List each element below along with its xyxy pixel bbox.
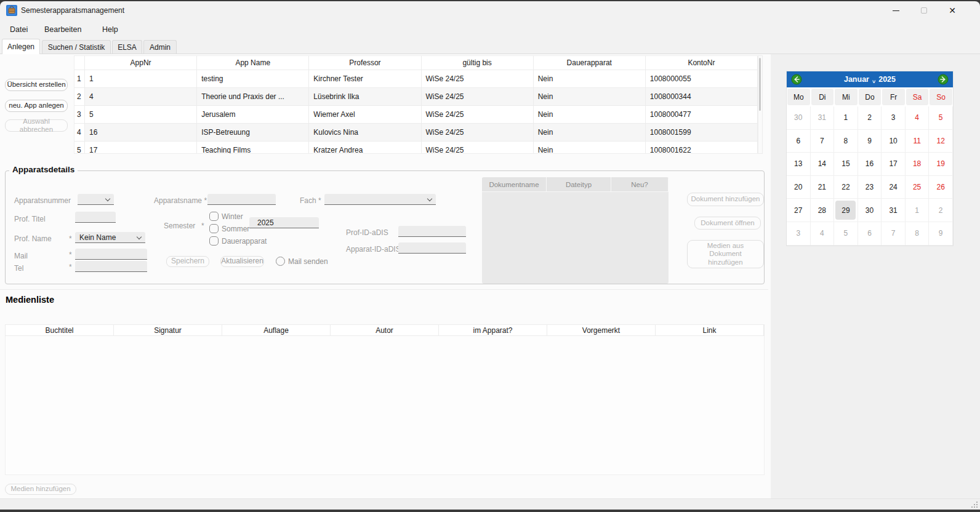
dokument-oeffnen-button[interactable]: Dokument öffnen — [694, 217, 761, 230]
calendar-day[interactable]: 30 — [787, 106, 811, 130]
tab-suchen-statistik[interactable]: Suchen / Statistik — [42, 40, 111, 54]
calendar-day[interactable]: 2 — [858, 106, 882, 130]
calendar-day[interactable]: 8 — [906, 222, 930, 246]
calendar-prev-month-button[interactable] — [791, 74, 802, 85]
calendar-next-month-button[interactable] — [938, 74, 949, 85]
calendar-day-selected[interactable]: 29 — [834, 199, 858, 222]
media-header-signatur[interactable]: Signatur — [114, 325, 222, 335]
calendar-day[interactable]: 2 — [929, 199, 953, 222]
calendar-day[interactable]: 19 — [929, 153, 953, 176]
winter-checkbox[interactable] — [209, 212, 219, 221]
speichern-button[interactable]: Speichern — [166, 256, 209, 267]
semester-year-field[interactable]: 2025 — [249, 217, 319, 228]
neue-app-anlegen-button[interactable]: neu. App anlegen — [5, 100, 68, 112]
prof-name-dropdown[interactable]: Kein Name — [75, 232, 145, 243]
calendar-day[interactable]: 3 — [882, 106, 906, 130]
apps-table-scrollbar[interactable] — [758, 55, 763, 154]
calendar-day[interactable]: 10 — [882, 130, 906, 153]
apps-header-kontonr[interactable]: KontoNr — [646, 56, 758, 70]
fach-dropdown[interactable] — [324, 194, 436, 205]
apps-header-appname[interactable]: App Name — [197, 56, 309, 70]
menu-datei[interactable]: Datei — [6, 23, 31, 36]
menu-help[interactable]: Help — [98, 23, 122, 36]
apps-header-appnr[interactable]: AppNr — [85, 56, 197, 70]
media-header-auflage[interactable]: Auflage — [222, 325, 331, 335]
calendar-day[interactable]: 21 — [811, 176, 835, 199]
mail-senden-checkbox[interactable] — [276, 257, 285, 266]
calendar-day[interactable]: 16 — [858, 153, 882, 176]
calendar-day[interactable]: 20 — [787, 176, 811, 199]
calendar-day[interactable]: 1 — [834, 106, 858, 130]
apps-table-row[interactable]: 2 4 Theorie und Praxis der ... Lüsebrink… — [74, 88, 758, 106]
calendar-day[interactable]: 30 — [858, 199, 882, 222]
calendar-day[interactable]: 18 — [906, 153, 930, 176]
calendar-day[interactable]: 3 — [787, 222, 811, 246]
calendar-day[interactable]: 23 — [858, 176, 882, 199]
calendar-day[interactable]: 7 — [882, 222, 906, 246]
calendar-day[interactable]: 28 — [811, 199, 835, 222]
calendar-day[interactable]: 1 — [906, 199, 930, 222]
media-header-autor[interactable]: Autor — [331, 325, 439, 335]
calendar-day[interactable]: 25 — [906, 176, 930, 199]
calendar-day[interactable]: 7 — [811, 130, 835, 153]
apps-header-professor[interactable]: Professor — [309, 56, 421, 70]
apparatsname-field[interactable] — [207, 194, 276, 205]
close-button[interactable]: ✕ — [938, 1, 966, 20]
calendar-day[interactable]: 8 — [834, 130, 858, 153]
tab-admin[interactable]: Admin — [143, 40, 177, 54]
apparat-id-adis-field[interactable] — [398, 242, 466, 254]
calendar-day[interactable]: 26 — [929, 176, 953, 199]
auswahl-abbrechen-button[interactable]: Auswahl abbrechen — [5, 119, 68, 132]
apps-table-row[interactable]: 3 5 Jerusalem Wiemer Axel WiSe 24/25 Nei… — [74, 106, 758, 124]
prof-id-adis-field[interactable] — [398, 226, 466, 237]
resize-grip[interactable] — [970, 500, 978, 508]
calendar-day[interactable]: 27 — [787, 199, 811, 222]
calendar-day[interactable]: 12 — [929, 130, 953, 153]
calendar-day[interactable]: 11 — [906, 130, 930, 153]
apparatsnummer-dropdown[interactable] — [78, 194, 114, 205]
media-header-im-apparat[interactable]: im Apparat? — [439, 325, 547, 335]
calendar-month-label[interactable]: Januar — [844, 75, 869, 84]
calendar-day[interactable]: 9 — [929, 222, 953, 246]
aktualisieren-button[interactable]: Aktualisieren — [220, 256, 264, 267]
media-header-link[interactable]: Link — [656, 325, 764, 335]
minimize-button[interactable] — [882, 1, 910, 20]
media-header-buchtitel[interactable]: Buchtitel — [6, 325, 114, 335]
calendar-day[interactable]: 4 — [811, 222, 835, 246]
calendar-day[interactable]: 17 — [882, 153, 906, 176]
calendar-day[interactable]: 6 — [858, 222, 882, 246]
calendar-day[interactable]: 5 — [929, 106, 953, 130]
calendar-day[interactable]: 22 — [834, 176, 858, 199]
calendar-year-label[interactable]: 2025 — [878, 75, 896, 84]
apps-table-row[interactable]: 1 1 testing Kirchner Tester WiSe 24/25 N… — [74, 70, 758, 88]
dauerapparat-checkbox[interactable] — [209, 236, 219, 246]
maximize-button[interactable] — [910, 1, 938, 20]
calendar-day[interactable]: 6 — [787, 130, 811, 153]
apps-header-dauerapparat[interactable]: Dauerapparat — [534, 56, 646, 70]
apps-header-gueltig-bis[interactable]: gültig bis — [422, 56, 534, 70]
calendar-day[interactable]: 31 — [882, 199, 906, 222]
calendar-day[interactable]: 31 — [811, 106, 835, 130]
calendar-day[interactable]: 24 — [882, 176, 906, 199]
uebersicht-erstellen-button[interactable]: Übersicht erstellen — [5, 79, 68, 91]
dokument-hinzufuegen-button[interactable]: Dokument hinzufügen — [687, 193, 764, 206]
calendar-day[interactable]: 13 — [787, 153, 811, 176]
calendar-day[interactable]: 4 — [906, 106, 930, 130]
tab-anlegen[interactable]: Anlegen — [2, 39, 40, 54]
media-header-vorgemerkt[interactable]: Vorgemerkt — [547, 325, 656, 335]
calendar-day[interactable]: 14 — [811, 153, 835, 176]
scrollbar-thumb[interactable] — [759, 58, 761, 111]
mail-field[interactable] — [75, 249, 147, 260]
apps-table-row[interactable]: 4 16 ISP-Betreuung Kulovics Nina WiSe 24… — [74, 124, 758, 142]
medien-aus-dokument-button[interactable]: Medien aus Dokument hinzufügen — [687, 240, 764, 268]
apps-table-row[interactable]: 5 17 Teaching Films Kratzer Andrea WiSe … — [74, 142, 758, 154]
medien-hinzufuegen-button[interactable]: Medien hinzufügen — [5, 484, 76, 495]
calendar-day[interactable]: 9 — [858, 130, 882, 153]
prof-titel-field[interactable] — [75, 212, 116, 223]
calendar-day[interactable]: 15 — [834, 153, 858, 176]
menu-bearbeiten[interactable]: Bearbeiten — [41, 23, 85, 36]
calendar-day[interactable]: 5 — [834, 222, 858, 246]
sommer-checkbox[interactable] — [209, 224, 219, 233]
tab-elsa[interactable]: ELSA — [112, 40, 142, 54]
tel-field[interactable] — [75, 261, 147, 272]
